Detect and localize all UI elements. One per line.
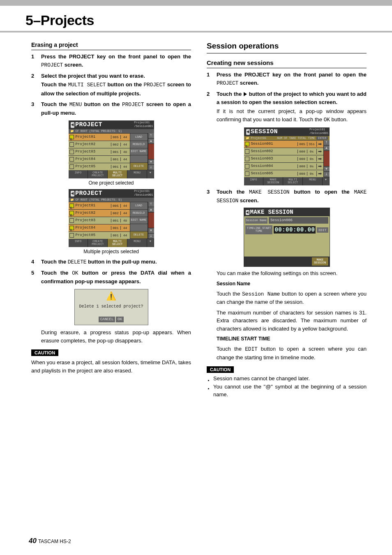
caption-one-selected: One project selected: [31, 180, 191, 186]
heading-session-ops: Session operations: [207, 42, 367, 53]
timeline-p: Touch the EDIT button to open a screen w…: [217, 345, 367, 361]
caution-text: When you erase a project, all session fo…: [31, 358, 191, 375]
r-step-3: Touch the MAKE SESSION button to open th…: [207, 188, 367, 205]
session-screen: ◄SESSION Project01/Session001 📁Project01…: [244, 127, 330, 185]
erase-progress-note: During erasure, a progress status pop-up…: [41, 328, 191, 345]
warning-icon: ⚠️: [76, 292, 146, 300]
chapter-title: 5–Projects: [25, 12, 367, 28]
session-name-heading: Session Name: [217, 280, 367, 287]
delete-confirm-popup: ⚠️ Delete 1 selected project? CANCELOK: [74, 289, 148, 325]
project-screen-one-selected: ◄PROJECT Project01/Session001 📁CF ROOT(T…: [69, 120, 154, 178]
caution-label: CAUTION: [31, 349, 58, 356]
caution-label-r: CAUTION: [207, 366, 234, 373]
r-step-2: Touch the button of the project to which…: [207, 90, 367, 124]
r-step-1: Press the PROJECT key on the front panel…: [207, 71, 367, 88]
heading-creating-sessions: Creating new sessions: [207, 59, 367, 68]
enter-arrow-icon: [244, 92, 247, 96]
heading-erasing: Erasing a project: [31, 42, 191, 50]
ok-button: OK: [116, 317, 124, 322]
cancel-button: CANCEL: [99, 317, 115, 322]
caption-multi-selected: Multiple projects selected: [31, 249, 191, 254]
step-3: Touch the MENU button on the PROJECT scr…: [31, 100, 191, 117]
settings-intro: You can make the following settings on t…: [217, 269, 367, 278]
step-5: Touch the OK button or press the DATA di…: [31, 269, 191, 286]
step-1: Press the PROJECT key on the front panel…: [31, 53, 191, 69]
caution-item-2: You cannot use the "@" symbol at the beg…: [207, 383, 367, 399]
session-name-p1: Touch the Session Name button to open a …: [217, 290, 367, 306]
timeline-heading: TIMELINE START TIME: [217, 335, 367, 342]
session-name-p2: The maximum number of characters for ses…: [217, 309, 367, 333]
make-session-screen: ◄MAKE SESSION Session NameSession006 TIM…: [244, 208, 330, 267]
page-footer: 40TASCAM HS-2: [29, 537, 71, 545]
step-4: Touch the DELETE button in the pull-up m…: [31, 258, 191, 266]
caution-item-1: Session names cannot be changed later.: [207, 375, 367, 383]
step-2: Select the project that you want to eras…: [31, 72, 191, 97]
project-screen-multi-selected: ◄PROJECT Project01/Session001 📁CF ROOT(T…: [69, 189, 154, 247]
